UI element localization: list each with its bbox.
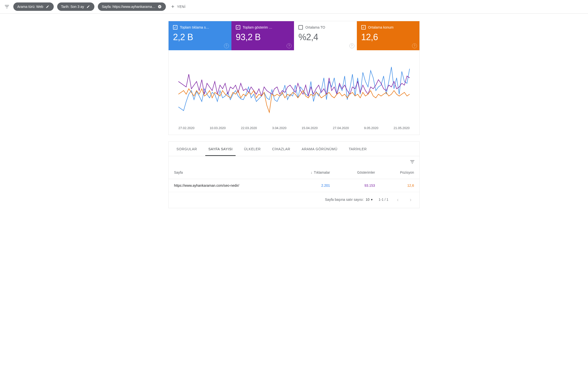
card-average-position[interactable]: Ortalama konum 12,6 ?	[357, 21, 420, 50]
chart-x-axis: 27.02.202010.03.202022.03.20203.04.20201…	[171, 124, 417, 130]
tab-sorgular[interactable]: SORGULAR	[172, 142, 201, 156]
checkbox-icon	[361, 25, 366, 30]
card-average-ctr[interactable]: Ortalama TO %2,4 ?	[294, 21, 357, 50]
tab-tari̇hler[interactable]: TARİHLER	[344, 142, 371, 156]
col-position[interactable]: Pozisyon	[380, 166, 419, 179]
new-filter-label: YENİ	[177, 5, 186, 9]
help-icon[interactable]: ?	[287, 43, 292, 48]
col-clicks[interactable]: ↓Tıklamalar	[288, 166, 335, 179]
chip-label: Tarih: Son 3 ay	[61, 5, 84, 9]
cell-impressions: 93.153	[335, 179, 380, 192]
x-tick: 27.04.2020	[333, 126, 349, 130]
checkbox-icon	[298, 25, 303, 30]
filter-bar: Arama türü: Web Tarih: Son 3 ay Sayfa: h…	[0, 0, 588, 14]
x-tick: 22.03.2020	[241, 126, 257, 130]
edit-icon[interactable]	[86, 4, 90, 9]
x-tick: 21.05.2020	[394, 126, 410, 130]
chip-date[interactable]: Tarih: Son 3 ay	[57, 2, 94, 11]
sort-desc-icon: ↓	[311, 170, 312, 174]
table-filter-icon[interactable]	[410, 159, 415, 165]
table-panel: Sayfa ↓Tıklamalar Gösterimler Pozisyon h…	[168, 156, 420, 208]
pagination: Sayfa başına satır sayısı: 10 ▾ 1-1 / 1 …	[169, 192, 419, 208]
series-Ortalama konum	[178, 89, 410, 112]
x-tick: 15.04.2020	[302, 126, 318, 130]
help-icon[interactable]: ?	[349, 43, 354, 48]
data-table: Sayfa ↓Tıklamalar Gösterimler Pozisyon h…	[169, 166, 419, 192]
checkbox-icon	[236, 25, 240, 30]
checkbox-icon	[173, 25, 177, 30]
close-icon[interactable]	[157, 4, 162, 9]
chevron-down-icon: ▾	[371, 198, 373, 202]
help-icon[interactable]: ?	[224, 43, 229, 48]
tab-ülkeler[interactable]: ÜLKELER	[240, 142, 265, 156]
page-range: 1-1 / 1	[379, 198, 388, 202]
help-icon[interactable]: ?	[412, 43, 417, 48]
dimension-tabs: SORGULARSAYFA SAYISIÜLKELERCİHAZLARARAMA…	[168, 141, 420, 156]
table-header-row: Sayfa ↓Tıklamalar Gösterimler Pozisyon	[169, 166, 419, 179]
cell-clicks: 2.201	[288, 179, 335, 192]
tab-sayfa-sayisi[interactable]: SAYFA SAYISI	[204, 142, 237, 156]
page-size-select[interactable]: 10 ▾	[366, 198, 373, 202]
tab-ci̇hazlar[interactable]: CİHAZLAR	[268, 142, 295, 156]
card-label: Toplam tıklama s…	[180, 25, 209, 29]
card-label: Ortalama konum	[368, 25, 394, 29]
series-Tıklamalar	[178, 67, 410, 111]
x-tick: 10.03.2020	[210, 126, 226, 130]
prev-page-button[interactable]: ‹	[394, 196, 401, 203]
cell-position: 12,6	[380, 179, 419, 192]
performance-chart	[171, 55, 417, 124]
edit-icon[interactable]	[45, 4, 50, 9]
report: Toplam tıklama s… 2,2 B ? Toplam gösteri…	[168, 21, 420, 208]
page-size-label: Sayfa başına satır sayısı:	[325, 198, 364, 202]
col-page[interactable]: Sayfa	[169, 166, 288, 179]
card-value: 2,2 B	[173, 32, 227, 42]
card-total-clicks[interactable]: Toplam tıklama s… 2,2 B ?	[169, 21, 231, 50]
card-value: 12,6	[361, 32, 415, 42]
col-impressions[interactable]: Gösterimler	[335, 166, 380, 179]
chart-panel: 27.02.202010.03.202022.03.20203.04.20201…	[168, 50, 420, 135]
table-row[interactable]: https://www.ayhankaraman.com/seo-nedir/ …	[169, 179, 419, 192]
next-page-button[interactable]: ›	[407, 196, 414, 203]
chip-label: Sayfa: https://www.ayhankarama…	[102, 5, 156, 9]
new-filter-button[interactable]: + YENİ	[169, 2, 188, 11]
plus-icon: +	[171, 4, 174, 9]
report-stage: Toplam tıklama s… 2,2 B ? Toplam gösteri…	[0, 14, 588, 218]
chip-label: Arama türü: Web	[17, 5, 43, 9]
metric-cards: Toplam tıklama s… 2,2 B ? Toplam gösteri…	[168, 21, 420, 50]
chip-search-type[interactable]: Arama türü: Web	[13, 2, 54, 11]
x-tick: 9.05.2020	[364, 126, 378, 130]
tab-arama-görünümü[interactable]: ARAMA GÖRÜNÜMÜ	[297, 142, 342, 156]
cell-page: https://www.ayhankaraman.com/seo-nedir/	[169, 179, 288, 192]
card-value: %2,4	[298, 32, 352, 42]
card-label: Ortalama TO	[305, 25, 325, 29]
card-label: Toplam gösterim …	[243, 25, 273, 29]
chip-page[interactable]: Sayfa: https://www.ayhankarama…	[98, 2, 166, 11]
x-tick: 3.04.2020	[272, 126, 286, 130]
filter-icon[interactable]	[4, 4, 10, 10]
card-total-impressions[interactable]: Toplam gösterim … 93,2 B ?	[231, 21, 294, 50]
x-tick: 27.02.2020	[178, 126, 194, 130]
card-value: 93,2 B	[236, 32, 290, 42]
